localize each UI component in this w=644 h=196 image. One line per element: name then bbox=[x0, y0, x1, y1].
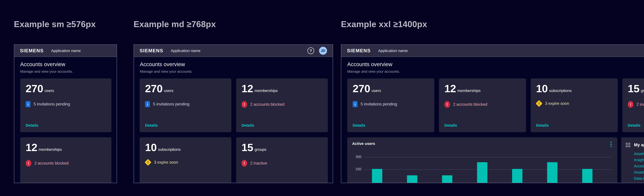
app-header: SIEMENS Application name ? JD bbox=[341, 45, 644, 57]
chart-bar bbox=[407, 175, 417, 183]
example-panel-xxl: SIEMENS Application name ? JD Accounts o… bbox=[341, 44, 644, 183]
page-subtitle: Manage and view your accounts. bbox=[347, 70, 400, 74]
y-axis-label: 250 bbox=[347, 167, 362, 171]
app-link[interactable]: Assets App› bbox=[634, 169, 644, 175]
stat-value: 15 bbox=[242, 142, 253, 152]
stat-card-users: 270 users i 5 invitations pending Detail… bbox=[140, 79, 231, 132]
stat-headline: 12 memberships bbox=[26, 142, 62, 152]
app-link-label: Assets App bbox=[634, 169, 644, 175]
my-apps-title: My apps bbox=[634, 142, 644, 147]
stat-unit: users bbox=[164, 89, 173, 94]
details-link[interactable]: Details bbox=[242, 123, 254, 127]
kebab-menu-icon[interactable] bbox=[610, 142, 612, 148]
status-text: 5 invitations pending bbox=[361, 102, 397, 106]
status-row: ! 3 expire soon bbox=[145, 160, 178, 165]
my-apps-card: My apps Assets flow›Insights›Access key›… bbox=[621, 137, 644, 183]
application-name: Application name bbox=[378, 49, 408, 53]
status-text: 5 invitations pending bbox=[34, 102, 70, 106]
app-header: SIEMENS Application name ? JD bbox=[134, 45, 333, 57]
help-icon[interactable]: ? bbox=[308, 47, 314, 54]
breakpoint-title-sm: Example sm ≥576px bbox=[14, 19, 96, 29]
stat-card-users: 270 users i 5 invitations pending Detail… bbox=[347, 79, 434, 132]
stat-unit: subscriptions bbox=[549, 89, 572, 94]
breakpoint-title-xxl: Example xxl ≥1400px bbox=[341, 19, 427, 29]
app-link[interactable]: Insights› bbox=[634, 157, 644, 163]
warning-icon: ! bbox=[536, 100, 542, 107]
app-link-label: Insights bbox=[634, 157, 644, 163]
details-link[interactable]: Details bbox=[444, 123, 457, 127]
stat-card-memberships: 12 memberships ! 2 accounts blocked Deta… bbox=[439, 79, 526, 132]
status-text: 3 expire soon bbox=[545, 101, 569, 106]
stat-unit: memberships bbox=[254, 89, 278, 94]
gridline bbox=[364, 169, 612, 170]
error-icon: ! bbox=[242, 101, 247, 108]
avatar[interactable]: JD bbox=[319, 47, 327, 55]
status-row: ! 2 accounts blocked bbox=[444, 101, 487, 108]
status-row: i 5 invitations pending bbox=[145, 101, 190, 107]
app-link[interactable]: Assets flow› bbox=[634, 151, 644, 157]
stat-card-users: 270 users i 5 invitations pending Detail… bbox=[20, 79, 112, 132]
stat-value: 270 bbox=[26, 84, 43, 94]
example-panel-sm: SIEMENS Application name Accounts overvi… bbox=[14, 44, 117, 183]
stat-unit: users bbox=[44, 89, 54, 94]
stat-unit: groups bbox=[641, 89, 644, 94]
status-text: 5 invitations pending bbox=[153, 102, 190, 106]
stat-headline: 270 users bbox=[353, 84, 381, 94]
details-link[interactable]: Details bbox=[26, 123, 38, 127]
chart-bar bbox=[512, 169, 522, 183]
status-row: ! 3 expire soon bbox=[536, 101, 569, 106]
active-users-chart-card: Active users 300250 bbox=[347, 137, 617, 183]
example-panel-md: SIEMENS Application name ? JD Accounts o… bbox=[134, 44, 333, 183]
error-icon: ! bbox=[26, 160, 31, 167]
stat-headline: 10 subscriptions bbox=[536, 84, 572, 94]
stat-headline: 15 groups bbox=[628, 84, 644, 94]
stat-value: 10 bbox=[145, 142, 157, 152]
details-link[interactable]: Details bbox=[353, 123, 365, 127]
app-link-label: Data App bbox=[634, 175, 644, 182]
app-header: SIEMENS Application name bbox=[14, 45, 116, 57]
error-icon: ! bbox=[242, 160, 247, 167]
status-text: 3 expire soon bbox=[154, 160, 178, 165]
details-link[interactable]: Details bbox=[145, 123, 158, 127]
status-text: 2 inactive bbox=[250, 161, 267, 166]
page-title: Accounts overview bbox=[140, 61, 185, 67]
details-link[interactable]: Details bbox=[628, 123, 640, 127]
my-apps-header: My apps bbox=[626, 142, 644, 147]
info-icon: i bbox=[26, 101, 30, 107]
stat-headline: 12 memberships bbox=[242, 84, 278, 94]
application-name: Application name bbox=[171, 49, 200, 53]
status-row: i 5 invitations pending bbox=[353, 101, 397, 107]
stat-value: 12 bbox=[242, 84, 253, 94]
stat-card-subscriptions: 10 subscriptions ! 3 expire soon bbox=[140, 137, 231, 183]
stat-card-subscriptions: 10 subscriptions ! 3 expire soon Details bbox=[531, 79, 618, 132]
siemens-logo: SIEMENS bbox=[140, 48, 163, 53]
siemens-logo: SIEMENS bbox=[20, 48, 44, 53]
stat-headline: 15 groups bbox=[242, 142, 266, 152]
error-icon: ! bbox=[628, 101, 634, 108]
stat-unit: memberships bbox=[457, 89, 480, 94]
status-text: 2 accounts blocked bbox=[250, 102, 284, 107]
chart-bar bbox=[582, 169, 592, 183]
chart-bar bbox=[372, 169, 382, 183]
status-text: 2 accounts blocked bbox=[34, 161, 68, 166]
app-link-label: Assets flow bbox=[634, 151, 644, 157]
info-icon: i bbox=[353, 101, 358, 107]
chart-bar bbox=[477, 162, 488, 183]
app-link[interactable]: Data App› bbox=[634, 175, 644, 182]
stat-card-groups: 15 groups ! 2 inactive Details bbox=[622, 79, 644, 132]
chart-title: Active users bbox=[352, 141, 375, 146]
stat-value: 12 bbox=[444, 84, 456, 94]
app-link-label: Access key bbox=[634, 163, 644, 169]
stat-unit: memberships bbox=[39, 147, 62, 152]
stat-value: 15 bbox=[628, 84, 640, 94]
breakpoint-title-md: Example md ≥768px bbox=[134, 19, 216, 29]
stat-card-memberships: 12 memberships ! 2 accounts blocked bbox=[20, 137, 112, 183]
status-row: ! 2 inactive bbox=[628, 101, 644, 108]
stat-value: 270 bbox=[353, 84, 370, 94]
stat-value: 12 bbox=[26, 142, 37, 152]
page-subtitle: Manage and view your accounts. bbox=[140, 70, 192, 74]
stat-headline: 12 memberships bbox=[444, 84, 480, 94]
error-icon: ! bbox=[444, 101, 450, 108]
details-link[interactable]: Details bbox=[536, 123, 549, 127]
app-link[interactable]: Access key› bbox=[634, 163, 644, 169]
